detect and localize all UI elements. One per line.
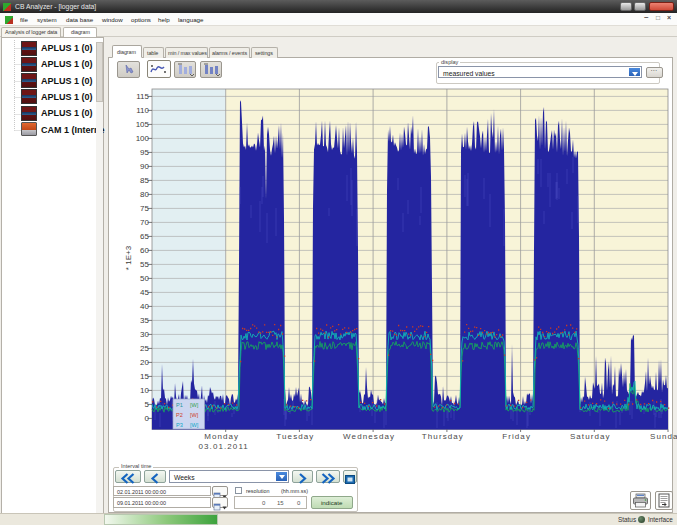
svg-text:P2: P2: [176, 412, 183, 418]
svg-text:Monday: Monday: [204, 432, 239, 441]
svg-text:[W]: [W]: [190, 402, 199, 408]
svg-text:Thursday: Thursday: [422, 432, 464, 441]
svg-text:* 1E+3: * 1E+3: [124, 245, 133, 270]
svg-text:Sunday: Sunday: [650, 432, 677, 441]
svg-text:P3: P3: [176, 422, 183, 428]
svg-text:P1: P1: [176, 402, 183, 408]
svg-text:105: 105: [136, 120, 150, 129]
svg-text:[W]: [W]: [190, 412, 199, 418]
svg-text:Saturday: Saturday: [570, 432, 611, 441]
svg-text:03.01.2011: 03.01.2011: [198, 442, 248, 451]
svg-text:Wednesday: Wednesday: [343, 432, 395, 441]
svg-text:Friday: Friday: [502, 432, 531, 441]
svg-text:[W]: [W]: [190, 422, 199, 428]
svg-text:Tuesday: Tuesday: [276, 432, 314, 441]
svg-text:100: 100: [136, 134, 150, 143]
